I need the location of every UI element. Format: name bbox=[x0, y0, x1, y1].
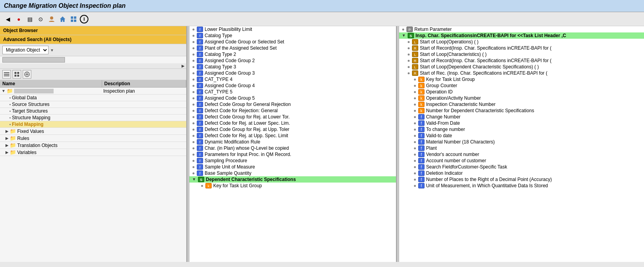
list-item[interactable]: P Return Parameter bbox=[399, 26, 644, 32]
scroll-right-icon: ▶ bbox=[182, 64, 185, 68]
list-item[interactable]: R Start of Record(Insp. Char. Specificat… bbox=[399, 45, 644, 51]
search-field[interactable] bbox=[2, 57, 65, 63]
list-item[interactable]: f Char. (in Plan) whose Q-Level be copie… bbox=[189, 145, 396, 151]
toolbar-grid-btn[interactable] bbox=[69, 14, 78, 24]
field-label: Assigned Code Group 2 bbox=[205, 58, 255, 63]
list-item[interactable]: f CAT_TYPE 4 bbox=[189, 76, 396, 82]
toolbar-home-btn[interactable] bbox=[58, 14, 67, 24]
field-label: Parameters for Input Proc. in QM Record. bbox=[205, 152, 291, 157]
list-item[interactable]: f Account number of customer bbox=[399, 158, 644, 164]
list-item[interactable]: f Number of Places to the Right of a Dec… bbox=[399, 176, 644, 183]
list-item[interactable]: f Plant of the Assigned Selected Set bbox=[189, 45, 396, 51]
toolbar-record-btn[interactable]: ● bbox=[14, 14, 23, 24]
field-icon: f bbox=[197, 127, 203, 132]
list-item[interactable]: f Defect Code for Rej. at Lower Spec. Li… bbox=[189, 120, 396, 126]
list-item[interactable]: k Inspection Characteristic Number bbox=[399, 101, 644, 108]
list-item[interactable]: f Sampling Procedure bbox=[189, 158, 396, 164]
list-item[interactable]: f Assigned Code Group 3 bbox=[189, 70, 396, 76]
toolbar-info-btn[interactable]: ⊙ bbox=[36, 14, 45, 24]
list-item[interactable]: f Catalog Type 3 bbox=[189, 64, 396, 70]
toolbar-about-btn[interactable]: i bbox=[80, 15, 88, 23]
list-item[interactable]: f Assigned Code Group or Selected Set bbox=[189, 39, 396, 45]
table-row[interactable]: • Source Structures bbox=[0, 101, 186, 108]
list-item[interactable]: L Start of Loop(Operations) ( ) bbox=[399, 39, 644, 45]
list-item[interactable]: k Key for Task List Group bbox=[399, 76, 644, 82]
bullet-icon bbox=[414, 179, 416, 181]
list-item[interactable]: f Defect Code Group for General Rejectio… bbox=[189, 101, 396, 108]
bullet-icon bbox=[414, 91, 416, 93]
list-item[interactable]: k Key for Task List Group bbox=[189, 183, 396, 189]
list-item[interactable]: f Valid-From Date bbox=[399, 120, 644, 126]
table-row[interactable]: ▶ 📁 Variables bbox=[0, 149, 186, 156]
table-row[interactable]: ▶ 📁 Rules bbox=[0, 135, 186, 142]
list-item-highlighted[interactable]: ▼ S Insp. Char. SpecificationsinCREATE-B… bbox=[399, 32, 644, 39]
list-item[interactable]: f CAT_TYPE 5 bbox=[189, 89, 396, 95]
list-item[interactable]: f Plant bbox=[399, 145, 644, 151]
list-item[interactable]: f Unit of Measurement, in Which Quantita… bbox=[399, 183, 644, 189]
bullet-icon bbox=[192, 166, 194, 168]
list-item[interactable]: f Deletion Indicator bbox=[399, 170, 644, 176]
field-icon: f bbox=[418, 139, 425, 145]
list-item[interactable]: k Group Counter bbox=[399, 82, 644, 89]
list-item[interactable]: f Catalog Type 2 bbox=[189, 51, 396, 57]
table-row[interactable]: • Target Structures bbox=[0, 108, 186, 115]
center-panel-scroll[interactable]: f Lower Plausibility Limit f Catalog Typ… bbox=[189, 26, 396, 262]
loop-icon: L bbox=[412, 52, 418, 57]
list-item[interactable]: f Defect Code Group for Rej. at Upp. Tol… bbox=[189, 126, 396, 133]
list-item[interactable]: R Start of Record(Insp. Char. Specificat… bbox=[399, 57, 644, 64]
field-label: Search FieldforCustomer-Specific Task bbox=[426, 164, 507, 170]
scroll-right-row: ▶ bbox=[0, 63, 186, 69]
list-item[interactable]: f Defect Code Group for Rej. at Lower To… bbox=[189, 114, 396, 120]
list-item-section[interactable]: ▼ S Dependent Characteristic Specificati… bbox=[189, 176, 396, 183]
nav-icon-2[interactable] bbox=[13, 70, 21, 79]
list-item[interactable]: f Catalog Type bbox=[189, 32, 396, 39]
sidebar-tree-scroll[interactable]: Name Description ▼ 📁 bbox=[0, 80, 186, 262]
list-item[interactable]: L Start of Loop(Dependent Characteristic… bbox=[399, 64, 644, 70]
table-row[interactable]: • Global Data bbox=[0, 95, 186, 101]
field-icon: f bbox=[197, 45, 203, 51]
object-browser-btn[interactable]: Object Browser bbox=[0, 26, 186, 35]
list-item[interactable]: f Base Sample Quantity bbox=[189, 170, 396, 176]
table-row[interactable]: ▼ 📁 Inspection plan bbox=[0, 88, 186, 95]
dot-icon: • bbox=[9, 122, 11, 127]
list-item[interactable]: f Defect Code for Rejection: General bbox=[189, 108, 396, 114]
list-item[interactable]: f Dynamic Modification Rule bbox=[189, 139, 396, 145]
list-item[interactable]: f Defect Code for Rej. at Upp. Spec. Lim… bbox=[189, 133, 396, 139]
list-item[interactable]: f Search FieldforCustomer-Specific Task bbox=[399, 164, 644, 170]
list-item[interactable]: k Operation/Activity Number bbox=[399, 95, 644, 101]
field-label: Insp. Char. SpecificationsinCREATE-BAPI … bbox=[416, 33, 566, 38]
list-item[interactable]: f Material Number (18 Characters) bbox=[399, 139, 644, 145]
toolbar-back-btn[interactable]: ◀ bbox=[3, 14, 13, 24]
field-label: CAT_TYPE 4 bbox=[205, 77, 232, 82]
list-item[interactable]: f To change number bbox=[399, 126, 644, 133]
list-item[interactable]: f Valid-to date bbox=[399, 133, 644, 139]
toolbar-list-btn[interactable]: ▤ bbox=[25, 14, 34, 24]
right-panel-scroll[interactable]: P Return Parameter ▼ S Insp. Char. Speci… bbox=[399, 26, 644, 262]
list-item[interactable]: f Assigned Code Group 2 bbox=[189, 57, 396, 64]
bullet-icon bbox=[192, 35, 194, 37]
bullet-icon bbox=[192, 85, 194, 87]
folder-icon: 📁 bbox=[10, 135, 16, 141]
nav-icon-3[interactable] bbox=[23, 70, 31, 79]
migration-object-select[interactable]: Migration Object bbox=[2, 46, 49, 54]
list-item[interactable]: k Operation ID bbox=[399, 89, 644, 95]
list-item[interactable]: f Sample Unit of Measure bbox=[189, 164, 396, 170]
table-row[interactable]: ▶ 📁 Fixed Values bbox=[0, 128, 186, 135]
list-item[interactable]: f Vendor's account number bbox=[399, 151, 644, 158]
nav-icon-1[interactable] bbox=[2, 70, 11, 79]
table-row[interactable]: • Structure Mapping bbox=[0, 115, 186, 121]
list-item[interactable]: f Lower Plausibility Limit bbox=[189, 26, 396, 32]
advanced-search-btn[interactable]: Advanced Search (All Objects) bbox=[0, 35, 186, 44]
list-item[interactable]: k Number for Dependent Characteristic Sp… bbox=[399, 108, 644, 114]
list-item[interactable]: f Parameters for Input Proc. in QM Recor… bbox=[189, 151, 396, 158]
toolbar-user-btn[interactable] bbox=[47, 14, 56, 24]
list-item[interactable]: L Start of Loop(Characteristics) ( ) bbox=[399, 51, 644, 57]
table-row[interactable]: • Field Mapping bbox=[0, 121, 186, 128]
list-item[interactable]: f Assigned Code Group 4 bbox=[189, 82, 396, 89]
field-label: Assigned Code Group or Selected Set bbox=[205, 39, 284, 45]
bullet-icon bbox=[192, 29, 194, 30]
list-item[interactable]: f Assigned Code Group 5 bbox=[189, 95, 396, 101]
table-row[interactable]: ▶ 📁 Translation Objects bbox=[0, 142, 186, 149]
list-item[interactable]: f Change Number bbox=[399, 114, 644, 120]
list-item[interactable]: R Start of Rec. (Insp. Char. Specificati… bbox=[399, 70, 644, 76]
